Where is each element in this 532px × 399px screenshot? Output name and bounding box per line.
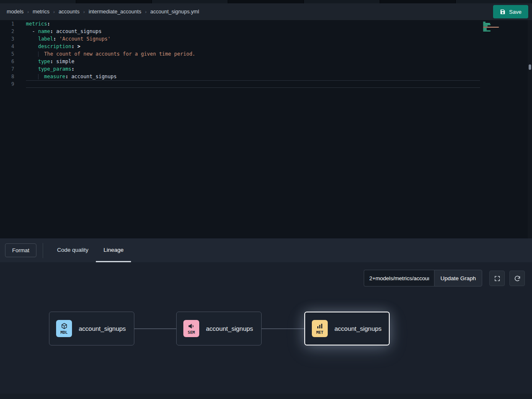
code-line[interactable]: 8 measure: account_signups bbox=[0, 73, 532, 80]
lineage-edge bbox=[134, 328, 176, 329]
top-tabs-strip bbox=[0, 0, 532, 3]
format-button[interactable]: Format bbox=[5, 243, 36, 257]
selector-group: Update Graph bbox=[364, 270, 482, 286]
lineage-selector-input[interactable] bbox=[364, 270, 434, 286]
node-label: account_signups bbox=[79, 325, 126, 332]
code-text bbox=[26, 80, 480, 88]
node-badge-met: MET bbox=[312, 320, 328, 337]
panel-tab-bar: Format Code qualityLineage bbox=[0, 238, 532, 262]
node-type-label: SEM bbox=[188, 330, 195, 335]
bottom-panel: Format Code qualityLineage Update Graph bbox=[0, 238, 532, 399]
code-text: measure: account_signups bbox=[26, 73, 480, 80]
editor-scrollbar[interactable] bbox=[528, 20, 532, 238]
chevron-right-icon: › bbox=[145, 9, 146, 14]
panel-tabs: Code qualityLineage bbox=[49, 238, 131, 262]
code-text: metrics: bbox=[26, 20, 480, 28]
editor-lines: 1metrics:2 - name: account_signups3 labe… bbox=[0, 20, 532, 238]
node-label: account_signups bbox=[206, 325, 253, 332]
breadcrumb-item[interactable]: accounts bbox=[59, 9, 80, 15]
line-number: 4 bbox=[0, 43, 14, 50]
lineage-edge bbox=[262, 328, 304, 329]
line-number: 1 bbox=[0, 20, 14, 28]
chevron-right-icon: › bbox=[27, 9, 29, 14]
fullscreen-button[interactable] bbox=[489, 271, 505, 286]
code-text: - name: account_signups bbox=[26, 28, 480, 35]
code-line[interactable]: 9 bbox=[0, 80, 532, 88]
minimap-line bbox=[483, 31, 491, 31]
minimap-line bbox=[483, 24, 491, 25]
code-text: type_params: bbox=[26, 65, 480, 73]
code-text: type: simple bbox=[26, 58, 480, 65]
top-tab-6[interactable] bbox=[380, 0, 456, 3]
app-root: models›metrics›accounts›intermediate_acc… bbox=[0, 0, 532, 399]
minimap[interactable] bbox=[483, 22, 507, 33]
line-number: 6 bbox=[0, 58, 14, 65]
status-bar bbox=[0, 394, 532, 399]
top-tab-1[interactable] bbox=[0, 0, 76, 3]
update-graph-button[interactable]: Update Graph bbox=[434, 270, 482, 286]
top-tab-3[interactable] bbox=[152, 0, 228, 3]
tab-code-quality[interactable]: Code quality bbox=[49, 238, 96, 262]
minimap-line bbox=[483, 22, 486, 23]
code-line[interactable]: 3 label: 'Account Signups' bbox=[0, 35, 532, 43]
code-line[interactable]: 4 description: > bbox=[0, 43, 532, 50]
breadcrumb-item[interactable]: account_signups.yml bbox=[150, 9, 199, 15]
code-line[interactable]: 1metrics: bbox=[0, 20, 532, 28]
breadcrumb-bar: models›metrics›accounts›intermediate_acc… bbox=[0, 3, 532, 20]
save-button[interactable]: Save bbox=[493, 5, 528, 18]
minimap-line bbox=[483, 27, 499, 28]
code-text: label: 'Account Signups' bbox=[26, 35, 480, 43]
chevron-right-icon: › bbox=[83, 9, 85, 14]
top-tab-2[interactable] bbox=[76, 0, 152, 3]
save-label: Save bbox=[509, 9, 522, 15]
code-line[interactable]: 6 type: simple bbox=[0, 58, 532, 65]
divider bbox=[43, 243, 43, 258]
line-number: 2 bbox=[0, 28, 14, 35]
code-line[interactable]: 7 type_params: bbox=[0, 65, 532, 73]
lineage-node-sem[interactable]: SEMaccount_signups bbox=[176, 312, 262, 345]
code-text: The count of new accounts for a given ti… bbox=[26, 50, 480, 58]
bar-chart-icon bbox=[316, 323, 323, 330]
line-number: 8 bbox=[0, 73, 14, 80]
node-label: account_signups bbox=[334, 325, 382, 332]
minimap-line bbox=[483, 26, 488, 26]
breadcrumb-item[interactable]: models bbox=[7, 9, 23, 15]
code-text: description: > bbox=[26, 43, 480, 50]
line-number: 5 bbox=[0, 50, 14, 58]
top-tab-5[interactable] bbox=[304, 0, 380, 3]
chevron-right-icon: › bbox=[53, 9, 55, 14]
node-type-label: MDL bbox=[60, 330, 67, 335]
megaphone-icon bbox=[188, 322, 195, 330]
breadcrumb-item[interactable]: intermediate_accounts bbox=[89, 9, 141, 15]
lineage-node-mdl[interactable]: MDLaccount_signups bbox=[49, 312, 134, 345]
node-badge-sem: SEM bbox=[183, 320, 199, 337]
line-number: 3 bbox=[0, 35, 14, 43]
top-tab-7[interactable] bbox=[456, 0, 532, 3]
breadcrumb-item[interactable]: metrics bbox=[33, 9, 49, 15]
refresh-button[interactable] bbox=[509, 271, 525, 286]
cube-icon bbox=[61, 322, 68, 330]
minimap-line bbox=[483, 29, 487, 30]
top-tab-4[interactable] bbox=[228, 0, 304, 3]
node-type-label: MET bbox=[316, 330, 323, 335]
breadcrumb: models›metrics›accounts›intermediate_acc… bbox=[7, 9, 199, 15]
fullscreen-icon bbox=[494, 275, 501, 282]
code-line[interactable]: 2 - name: account_signups bbox=[0, 28, 532, 35]
lineage-node-met[interactable]: METaccount_signups bbox=[304, 312, 390, 345]
lineage-canvas[interactable]: Update Graph MDLaccount_signupsSEMaccoun… bbox=[0, 262, 532, 399]
line-number: 9 bbox=[0, 80, 14, 88]
code-editor[interactable]: 1metrics:2 - name: account_signups3 labe… bbox=[0, 20, 532, 238]
minimap-line bbox=[483, 23, 490, 24]
node-badge-mdl: MDL bbox=[56, 320, 72, 337]
minimap-line bbox=[483, 28, 487, 29]
code-line[interactable]: 5 The count of new accounts for a given … bbox=[0, 50, 532, 58]
refresh-icon bbox=[514, 275, 521, 282]
save-icon bbox=[500, 9, 506, 15]
minimap-line bbox=[483, 32, 484, 33]
scrollbar-handle[interactable] bbox=[529, 64, 531, 70]
tab-lineage[interactable]: Lineage bbox=[96, 238, 131, 262]
line-number: 7 bbox=[0, 65, 14, 73]
